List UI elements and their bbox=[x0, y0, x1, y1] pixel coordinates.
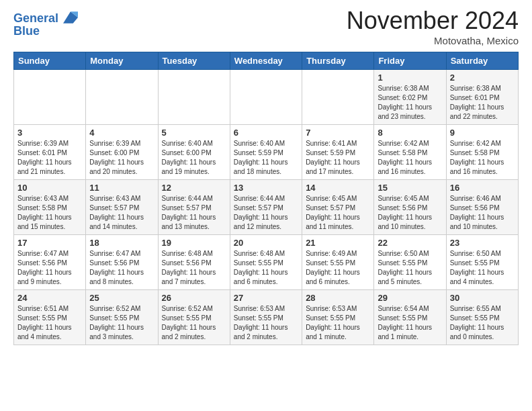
day-info: Sunrise: 6:52 AM Sunset: 5:55 PM Dayligh… bbox=[162, 304, 226, 342]
calendar-cell bbox=[14, 70, 86, 125]
day-number: 12 bbox=[162, 183, 226, 193]
calendar-cell: 11Sunrise: 6:43 AM Sunset: 5:57 PM Dayli… bbox=[86, 180, 158, 235]
day-info: Sunrise: 6:39 AM Sunset: 6:01 PM Dayligh… bbox=[17, 139, 82, 177]
calendar-table: SundayMondayTuesdayWednesdayThursdayFrid… bbox=[13, 52, 519, 345]
calendar-cell: 9Sunrise: 6:42 AM Sunset: 5:58 PM Daylig… bbox=[446, 125, 518, 180]
logo-icon bbox=[63, 10, 78, 25]
day-number: 14 bbox=[306, 183, 370, 193]
day-number: 30 bbox=[450, 293, 515, 303]
day-number: 20 bbox=[234, 238, 298, 248]
day-number: 3 bbox=[17, 128, 82, 138]
day-info: Sunrise: 6:49 AM Sunset: 5:55 PM Dayligh… bbox=[306, 249, 370, 287]
calendar-cell: 29Sunrise: 6:54 AM Sunset: 5:55 PM Dayli… bbox=[374, 290, 446, 345]
calendar-week-row: 17Sunrise: 6:47 AM Sunset: 5:56 PM Dayli… bbox=[14, 235, 519, 290]
weekday-header: Sunday bbox=[14, 52, 86, 70]
day-info: Sunrise: 6:45 AM Sunset: 5:57 PM Dayligh… bbox=[306, 194, 370, 232]
calendar-cell: 5Sunrise: 6:40 AM Sunset: 6:00 PM Daylig… bbox=[158, 125, 230, 180]
day-number: 10 bbox=[17, 183, 82, 193]
day-info: Sunrise: 6:51 AM Sunset: 5:55 PM Dayligh… bbox=[17, 304, 82, 342]
weekday-header: Friday bbox=[374, 52, 446, 70]
day-number: 22 bbox=[378, 238, 442, 248]
day-number: 5 bbox=[162, 128, 226, 138]
calendar-cell: 25Sunrise: 6:52 AM Sunset: 5:55 PM Dayli… bbox=[86, 290, 158, 345]
day-info: Sunrise: 6:42 AM Sunset: 5:58 PM Dayligh… bbox=[378, 139, 442, 177]
day-info: Sunrise: 6:41 AM Sunset: 5:59 PM Dayligh… bbox=[306, 139, 370, 177]
calendar-cell: 22Sunrise: 6:50 AM Sunset: 5:55 PM Dayli… bbox=[374, 235, 446, 290]
calendar-cell: 21Sunrise: 6:49 AM Sunset: 5:55 PM Dayli… bbox=[302, 235, 374, 290]
calendar-cell: 6Sunrise: 6:40 AM Sunset: 5:59 PM Daylig… bbox=[230, 125, 302, 180]
calendar-cell: 19Sunrise: 6:48 AM Sunset: 5:56 PM Dayli… bbox=[158, 235, 230, 290]
day-number: 27 bbox=[234, 293, 298, 303]
month-title: November 2024 bbox=[347, 7, 519, 35]
calendar-cell: 18Sunrise: 6:47 AM Sunset: 5:56 PM Dayli… bbox=[86, 235, 158, 290]
day-number: 4 bbox=[89, 128, 154, 138]
day-info: Sunrise: 6:53 AM Sunset: 5:55 PM Dayligh… bbox=[234, 304, 298, 342]
day-info: Sunrise: 6:43 AM Sunset: 5:58 PM Dayligh… bbox=[17, 194, 82, 232]
day-info: Sunrise: 6:38 AM Sunset: 6:01 PM Dayligh… bbox=[450, 84, 515, 122]
calendar-cell: 16Sunrise: 6:46 AM Sunset: 5:56 PM Dayli… bbox=[446, 180, 518, 235]
calendar-cell: 14Sunrise: 6:45 AM Sunset: 5:57 PM Dayli… bbox=[302, 180, 374, 235]
day-number: 7 bbox=[306, 128, 370, 138]
calendar-week-row: 1Sunrise: 6:38 AM Sunset: 6:02 PM Daylig… bbox=[14, 70, 519, 125]
day-info: Sunrise: 6:40 AM Sunset: 5:59 PM Dayligh… bbox=[234, 139, 298, 177]
day-number: 29 bbox=[378, 293, 442, 303]
day-number: 17 bbox=[17, 238, 82, 248]
calendar-cell: 13Sunrise: 6:44 AM Sunset: 5:57 PM Dayli… bbox=[230, 180, 302, 235]
day-number: 19 bbox=[162, 238, 226, 248]
day-number: 8 bbox=[378, 128, 442, 138]
day-info: Sunrise: 6:48 AM Sunset: 5:56 PM Dayligh… bbox=[162, 249, 226, 287]
day-info: Sunrise: 6:38 AM Sunset: 6:02 PM Dayligh… bbox=[378, 84, 442, 122]
weekday-header: Thursday bbox=[302, 52, 374, 70]
calendar-cell: 3Sunrise: 6:39 AM Sunset: 6:01 PM Daylig… bbox=[14, 125, 86, 180]
title-area: November 2024 Motovatha, Mexico bbox=[347, 7, 519, 46]
day-info: Sunrise: 6:50 AM Sunset: 5:55 PM Dayligh… bbox=[450, 249, 515, 287]
weekday-header: Wednesday bbox=[230, 52, 302, 70]
calendar-cell bbox=[86, 70, 158, 125]
location: Motovatha, Mexico bbox=[347, 35, 519, 46]
calendar-cell: 7Sunrise: 6:41 AM Sunset: 5:59 PM Daylig… bbox=[302, 125, 374, 180]
day-number: 26 bbox=[162, 293, 226, 303]
day-number: 24 bbox=[17, 293, 82, 303]
day-info: Sunrise: 6:54 AM Sunset: 5:55 PM Dayligh… bbox=[378, 304, 442, 342]
calendar-body: 1Sunrise: 6:38 AM Sunset: 6:02 PM Daylig… bbox=[14, 70, 519, 345]
calendar-cell: 28Sunrise: 6:53 AM Sunset: 5:55 PM Dayli… bbox=[302, 290, 374, 345]
calendar-week-row: 24Sunrise: 6:51 AM Sunset: 5:55 PM Dayli… bbox=[14, 290, 519, 345]
calendar-cell: 1Sunrise: 6:38 AM Sunset: 6:02 PM Daylig… bbox=[374, 70, 446, 125]
day-info: Sunrise: 6:50 AM Sunset: 5:55 PM Dayligh… bbox=[378, 249, 442, 287]
day-number: 1 bbox=[378, 73, 442, 83]
day-info: Sunrise: 6:39 AM Sunset: 6:00 PM Dayligh… bbox=[89, 139, 154, 177]
calendar-cell: 8Sunrise: 6:42 AM Sunset: 5:58 PM Daylig… bbox=[374, 125, 446, 180]
logo-line2: Blue bbox=[13, 24, 78, 38]
day-info: Sunrise: 6:47 AM Sunset: 5:56 PM Dayligh… bbox=[89, 249, 154, 287]
day-info: Sunrise: 6:45 AM Sunset: 5:56 PM Dayligh… bbox=[378, 194, 442, 232]
calendar-cell: 23Sunrise: 6:50 AM Sunset: 5:55 PM Dayli… bbox=[446, 235, 518, 290]
calendar-cell: 17Sunrise: 6:47 AM Sunset: 5:56 PM Dayli… bbox=[14, 235, 86, 290]
day-info: Sunrise: 6:40 AM Sunset: 6:00 PM Dayligh… bbox=[162, 139, 226, 177]
logo-text: General bbox=[13, 12, 78, 26]
calendar-cell: 26Sunrise: 6:52 AM Sunset: 5:55 PM Dayli… bbox=[158, 290, 230, 345]
day-info: Sunrise: 6:46 AM Sunset: 5:56 PM Dayligh… bbox=[450, 194, 515, 232]
calendar-cell: 15Sunrise: 6:45 AM Sunset: 5:56 PM Dayli… bbox=[374, 180, 446, 235]
day-info: Sunrise: 6:48 AM Sunset: 5:55 PM Dayligh… bbox=[234, 249, 298, 287]
header: General Blue November 2024 Motovatha, Me… bbox=[13, 7, 519, 46]
calendar-cell: 27Sunrise: 6:53 AM Sunset: 5:55 PM Dayli… bbox=[230, 290, 302, 345]
calendar-cell: 30Sunrise: 6:55 AM Sunset: 5:55 PM Dayli… bbox=[446, 290, 518, 345]
calendar-header-row: SundayMondayTuesdayWednesdayThursdayFrid… bbox=[14, 52, 519, 70]
day-number: 6 bbox=[234, 128, 298, 138]
calendar-cell bbox=[230, 70, 302, 125]
day-info: Sunrise: 6:42 AM Sunset: 5:58 PM Dayligh… bbox=[450, 139, 515, 177]
day-info: Sunrise: 6:47 AM Sunset: 5:56 PM Dayligh… bbox=[17, 249, 82, 287]
day-number: 16 bbox=[450, 183, 515, 193]
weekday-header: Monday bbox=[86, 52, 158, 70]
day-number: 13 bbox=[234, 183, 298, 193]
day-number: 25 bbox=[89, 293, 154, 303]
weekday-header: Saturday bbox=[446, 52, 518, 70]
day-number: 23 bbox=[450, 238, 515, 248]
day-number: 18 bbox=[89, 238, 154, 248]
calendar-cell: 12Sunrise: 6:44 AM Sunset: 5:57 PM Dayli… bbox=[158, 180, 230, 235]
calendar-cell: 4Sunrise: 6:39 AM Sunset: 6:00 PM Daylig… bbox=[86, 125, 158, 180]
day-number: 2 bbox=[450, 73, 515, 83]
calendar-cell: 24Sunrise: 6:51 AM Sunset: 5:55 PM Dayli… bbox=[14, 290, 86, 345]
calendar-cell bbox=[302, 70, 374, 125]
day-info: Sunrise: 6:52 AM Sunset: 5:55 PM Dayligh… bbox=[89, 304, 154, 342]
